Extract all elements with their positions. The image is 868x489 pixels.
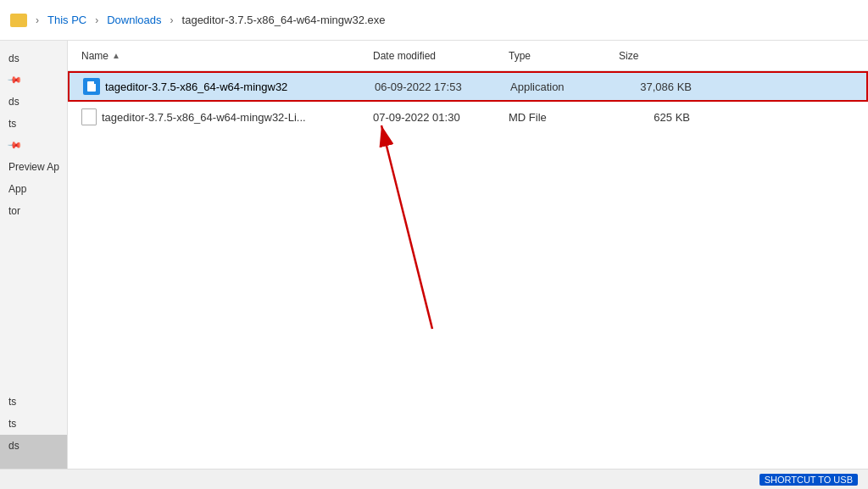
sidebar-item-pin2[interactable]: 📌 (0, 135, 67, 156)
breadcrumb-downloads[interactable]: Downloads (107, 14, 161, 26)
sidebar-item-ts2[interactable]: ts (0, 391, 67, 413)
sidebar-item-preview[interactable]: Preview Ap (0, 156, 67, 178)
sidebar-item-ts3[interactable]: ts (0, 413, 67, 435)
status-bar: SHORTCUT TO USB (0, 469, 868, 489)
file-date-cell-1: 06-09-2022 17:53 (375, 81, 510, 93)
breadcrumb-arrow-2: › (95, 14, 98, 26)
file-name-text-2: tageditor-3.7.5-x86_64-w64-mingw32-Li... (102, 111, 306, 124)
col-header-name[interactable]: Name ▲ (68, 50, 373, 62)
file-list: tageditor-3.7.5-x86_64-w64-mingw32 06-09… (68, 71, 868, 469)
file-type-cell-2: MD File (509, 111, 619, 124)
table-row[interactable]: tageditor-3.7.5-x86_64-w64-mingw32-Li...… (68, 102, 868, 132)
sidebar-bottom-ds[interactable]: ds (0, 435, 67, 469)
file-name-cell-2: tageditor-3.7.5-x86_64-w64-mingw32-Li... (68, 108, 373, 125)
address-bar: › This PC › Downloads › tageditor-3.7.5-… (0, 0, 868, 41)
file-name-text-1: tageditor-3.7.5-x86_64-w64-mingw32 (105, 81, 287, 93)
file-size-cell-1: 37,086 KB (620, 81, 705, 93)
file-date-cell-2: 07-09-2022 01:30 (373, 111, 509, 124)
col-header-date[interactable]: Date modified (373, 50, 509, 62)
status-info: SHORTCUT TO USB (760, 474, 858, 486)
sidebar-item-app[interactable]: App (0, 178, 67, 200)
breadcrumb-arrow-3: › (170, 14, 174, 26)
file-type-cell-1: Application (510, 81, 620, 93)
sidebar-item-tor[interactable]: tor (0, 200, 67, 222)
sidebar-item-ds1[interactable]: ds (0, 47, 67, 69)
col-header-size[interactable]: Size (619, 50, 704, 62)
md-icon-2 (81, 108, 97, 125)
sidebar-item-pin1[interactable]: 📌 (0, 69, 67, 91)
sidebar: ds 📌 ds ts 📌 Preview Ap App tor ts ts (0, 41, 68, 469)
folder-icon (10, 14, 27, 27)
breadcrumb-arrow-1: › (36, 14, 39, 26)
breadcrumb-filename: tageditor-3.7.5-x86_64-w64-mingw32.exe (182, 14, 386, 26)
breadcrumb-this-pc[interactable]: This PC (47, 14, 86, 26)
main-area: ds 📌 ds ts 📌 Preview Ap App tor ts ts (0, 41, 868, 469)
sort-arrow-icon: ▲ (112, 51, 120, 60)
file-area: Name ▲ Date modified Type Size tageditor… (68, 41, 868, 469)
sidebar-item-ds2[interactable]: ds (0, 91, 67, 113)
column-headers: Name ▲ Date modified Type Size (68, 41, 868, 71)
pin-icon-2: 📌 (6, 137, 22, 153)
table-row[interactable]: tageditor-3.7.5-x86_64-w64-mingw32 06-09… (68, 71, 868, 102)
file-size-cell-2: 625 KB (619, 111, 704, 124)
col-header-type[interactable]: Type (509, 50, 619, 62)
sidebar-item-ts1[interactable]: ts (0, 113, 67, 135)
exe-icon-1 (83, 78, 100, 95)
pin-icon: 📌 (6, 72, 22, 88)
file-name-cell-1: tageditor-3.7.5-x86_64-w64-mingw32 (70, 78, 375, 95)
